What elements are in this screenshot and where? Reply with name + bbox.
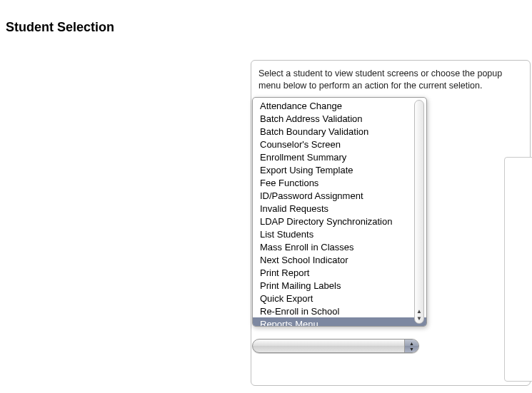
student-list-panel: ▼ ts <box>504 157 532 382</box>
menu-item[interactable]: Counselor's Screen <box>253 138 426 150</box>
action-select[interactable]: ▲ ▼ <box>252 339 419 353</box>
menu-item[interactable]: Print Report <box>253 266 426 279</box>
menu-item[interactable]: Print Mailing Labels <box>253 279 426 292</box>
menu-item[interactable]: Reports Menu <box>253 317 426 327</box>
menu-item[interactable]: Enrollment Summary <box>253 150 426 163</box>
instructions-text: Select a student to view student screens… <box>257 66 524 98</box>
menu-item[interactable]: Invalid Requests <box>253 202 426 215</box>
selection-panel: Select a student to view student screens… <box>251 60 531 386</box>
menu-item[interactable]: Batch Boundary Validation <box>253 125 426 138</box>
menu-item[interactable]: LDAP Directory Synchronization <box>253 215 426 228</box>
menu-item[interactable]: Export Using Template <box>253 163 426 176</box>
menu-item[interactable]: Next School Indicator <box>253 253 426 266</box>
select-stepper[interactable]: ▲ ▼ <box>404 340 418 352</box>
page-title: Student Selection <box>0 0 532 35</box>
menu-item[interactable]: Batch Address Validation <box>253 112 426 125</box>
scroll-down-icon[interactable]: ▼ <box>416 316 422 322</box>
menu-list: Attendance ChangeBatch Address Validatio… <box>253 98 426 326</box>
action-popup-menu[interactable]: Attendance ChangeBatch Address Validatio… <box>252 97 427 327</box>
menu-item[interactable]: Fee Functions <box>253 176 426 189</box>
menu-item[interactable]: Mass Enroll in Classes <box>253 240 426 253</box>
chevron-up-icon: ▲ <box>409 341 414 346</box>
chevron-down-icon: ▼ <box>409 347 414 352</box>
scroll-up-icon[interactable]: ▲ <box>416 309 422 315</box>
menu-item[interactable]: ID/Password Assignment <box>253 189 426 202</box>
menu-item[interactable]: List Students <box>253 228 426 240</box>
menu-item[interactable]: Re-Enroll in School <box>253 305 426 317</box>
menu-scrollbar[interactable]: ▲ ▼ <box>414 100 424 324</box>
menu-item[interactable]: Quick Export <box>253 292 426 305</box>
menu-item[interactable]: Attendance Change <box>253 99 426 112</box>
